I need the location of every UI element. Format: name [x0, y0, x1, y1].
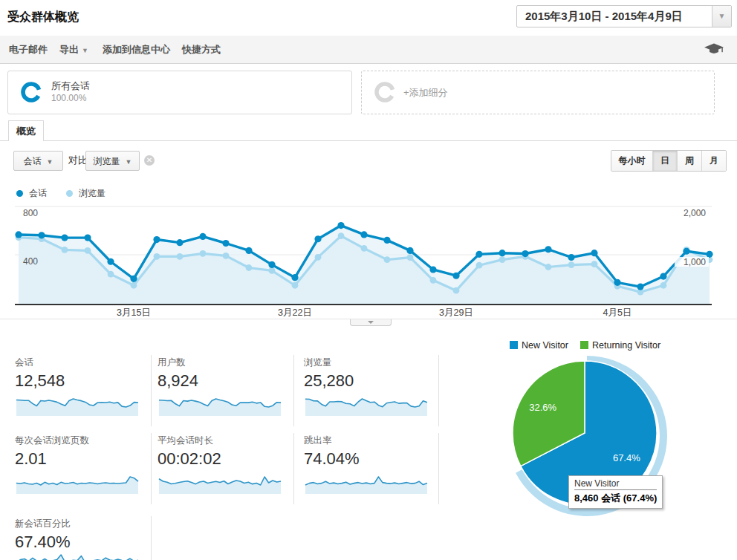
metric-value: 67.40% [15, 533, 150, 552]
metric-label: 用户数 [158, 356, 293, 369]
metric-separator [438, 355, 439, 426]
svg-text:4月5日: 4月5日 [603, 307, 632, 318]
metric-separator [151, 355, 152, 426]
chevron-down-icon: ▼ [126, 158, 132, 166]
sessions-sparkline [15, 397, 141, 416]
pie-tooltip: New Visitor 8,460 会话 (67.4%) [568, 475, 663, 509]
date-range-dropdown-icon[interactable]: ▼ [712, 6, 731, 27]
metric-card-pageviews: 浏览量 25,280 [304, 356, 439, 391]
education-cap-icon[interactable] [704, 42, 724, 56]
add-to-dashboard-button[interactable]: 添加到信息中心 [103, 36, 170, 63]
svg-text:400: 400 [23, 256, 38, 267]
svg-text:800: 800 [23, 208, 38, 218]
svg-text:32.6%: 32.6% [529, 402, 556, 413]
metric-value: 00:02:02 [158, 449, 293, 469]
granularity-hourly[interactable]: 每小时 [611, 151, 652, 171]
metric-separator [438, 433, 439, 504]
action-toolbar: 电子邮件 导出▼ 添加到信息中心 快捷方式 [0, 36, 737, 64]
add-segment-card[interactable]: +添加细分 [361, 71, 715, 114]
metric-value: 25,280 [304, 371, 439, 391]
users-sparkline [158, 397, 284, 416]
chevron-down-icon: ▼ [47, 158, 53, 166]
segment-label: 所有会话 [51, 79, 90, 93]
page-title: 受众群体概览 [7, 10, 79, 25]
audience-overview-page: 受众群体概览 2015年3月10日 - 2015年4月9日 ▼ 电子邮件 导出▼… [0, 0, 737, 560]
svg-text:2,000: 2,000 [684, 208, 706, 218]
metric-card-pages-per-session: 每次会话浏览页数 2.01 [15, 434, 150, 469]
tab-overview[interactable]: 概览 [8, 120, 44, 141]
metric-value: 8,924 [158, 371, 293, 391]
email-button[interactable]: 电子邮件 [9, 36, 48, 63]
compare-metric-dropdown[interactable]: 浏览量▼ [85, 151, 140, 171]
metric-label: 每次会话浏览页数 [15, 434, 150, 447]
all-sessions-segment-card[interactable]: 所有会话 100.00% [7, 71, 352, 114]
metric-card-sessions: 会话 12,548 [15, 356, 150, 391]
metric-separator [151, 516, 152, 560]
bounce-rate-sparkline [304, 475, 430, 494]
metric-value: 74.04% [304, 449, 439, 469]
metric-separator [293, 433, 294, 504]
export-button[interactable]: 导出▼ [59, 36, 88, 63]
metric-label: 跳出率 [304, 434, 439, 447]
granularity-week[interactable]: 周 [677, 151, 701, 171]
chevron-down-icon: ▼ [82, 47, 88, 54]
chevron-down-icon [368, 321, 374, 324]
add-segment-label: +添加细分 [403, 86, 448, 100]
svg-text:3月29日: 3月29日 [439, 307, 473, 318]
metric-label: 平均会话时长 [158, 434, 293, 447]
metric-card-new-sessions: 新会话百分比 67.40% [15, 518, 150, 552]
granularity-toggle: 每小时 日 周 月 [611, 150, 727, 172]
metric-value: 12,548 [15, 371, 150, 391]
metric-separator [293, 355, 294, 426]
sessions-legend-label: 会话 [29, 187, 47, 200]
metric-label: 会话 [15, 356, 150, 369]
tab-divider [0, 140, 737, 141]
metric-value: 2.01 [15, 449, 150, 469]
metric-card-users: 用户数 8,924 [158, 356, 293, 391]
pageviews-legend-label: 浏览量 [79, 187, 105, 200]
primary-metric-dropdown[interactable]: 会话▼ [13, 151, 63, 171]
date-range-text: 2015年3月10日 - 2015年4月9日 [525, 6, 683, 27]
collapse-chart-handle[interactable] [350, 319, 392, 326]
date-range-selector[interactable]: 2015年3月10日 - 2015年4月9日 ▼ [516, 5, 732, 27]
sessions-pageviews-line-chart[interactable]: 8004002,0001,0003月15日3月22日3月29日4月5日 [0, 199, 737, 319]
pages-per-session-sparkline [15, 475, 141, 494]
add-segment-donut-icon [374, 81, 396, 103]
svg-text:67.4%: 67.4% [613, 452, 640, 463]
pie-tooltip-value: 8,460 会话 (67.4%) [574, 490, 657, 505]
remove-compare-icon[interactable]: ✕ [144, 155, 155, 166]
pageviews-sparkline [304, 397, 430, 416]
svg-text:3月15日: 3月15日 [117, 307, 151, 318]
metric-label: 新会话百分比 [15, 518, 150, 530]
pie-tooltip-title: New Visitor [574, 478, 657, 490]
shortcut-button[interactable]: 快捷方式 [182, 36, 221, 63]
pageviews-legend-dot-icon [66, 190, 73, 197]
segment-percent: 100.00% [51, 93, 86, 103]
segment-donut-icon [20, 81, 42, 103]
metric-label: 浏览量 [304, 356, 439, 369]
granularity-day[interactable]: 日 [652, 151, 677, 171]
granularity-month[interactable]: 月 [701, 151, 726, 171]
metric-card-bounce-rate: 跳出率 74.04% [304, 434, 439, 469]
metric-card-avg-duration: 平均会话时长 00:02:02 [158, 434, 293, 469]
avg-duration-sparkline [158, 475, 284, 494]
svg-text:1,000: 1,000 [684, 257, 706, 267]
metric-separator [151, 433, 152, 504]
new-sessions-sparkline [15, 553, 141, 560]
svg-text:3月22日: 3月22日 [278, 307, 312, 318]
chart-legend: 会话 浏览量 [16, 187, 105, 200]
sessions-legend-dot-icon [16, 190, 23, 197]
